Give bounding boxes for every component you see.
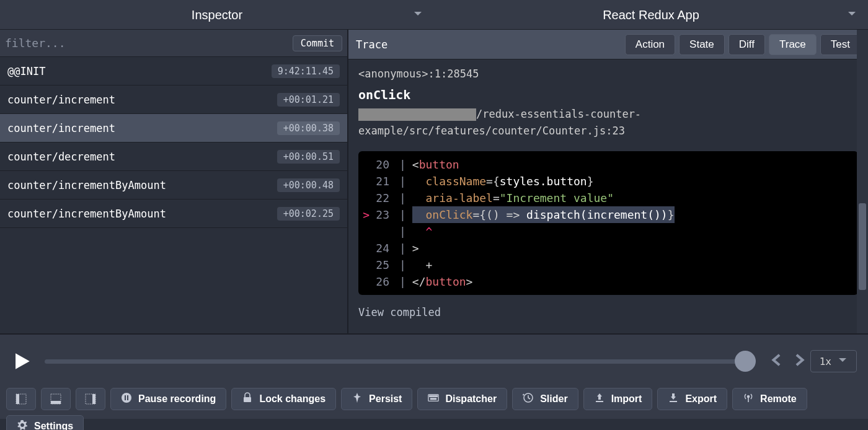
export-label: Export bbox=[685, 393, 717, 405]
lock-icon bbox=[242, 392, 253, 406]
gutter-divider: | bbox=[393, 173, 412, 190]
chevron-down-icon[interactable] bbox=[413, 9, 423, 21]
trace-body[interactable]: <anonymous>:1:28545 onClick /redux-essen… bbox=[348, 59, 868, 333]
inspector-title: Inspector bbox=[192, 8, 242, 22]
code-line: 20|<button bbox=[362, 156, 849, 173]
action-row[interactable]: @@INIT9:42:11.45 bbox=[0, 57, 347, 86]
gutter-divider: | bbox=[393, 240, 412, 257]
action-row[interactable]: counter/incrementByAmount+00:00.48 bbox=[0, 171, 347, 200]
inspector-title-bar[interactable]: Inspector bbox=[0, 0, 434, 30]
action-row[interactable]: counter/incrementByAmount+00:02.25 bbox=[0, 200, 347, 228]
actions-list[interactable]: @@INIT9:42:11.45counter/increment+00:01.… bbox=[0, 57, 347, 333]
pause-icon bbox=[121, 392, 132, 406]
download-icon bbox=[668, 392, 679, 406]
svg-rect-12 bbox=[432, 395, 433, 397]
remote-button[interactable]: Remote bbox=[732, 388, 807, 410]
action-name: counter/decrement bbox=[7, 151, 115, 163]
svg-rect-1 bbox=[16, 394, 19, 404]
gutter-divider: | bbox=[393, 206, 412, 223]
action-time: +00:00.51 bbox=[277, 150, 340, 164]
commit-button[interactable]: Commit bbox=[293, 35, 342, 51]
line-number: 22 bbox=[370, 190, 393, 206]
lock-changes-button[interactable]: Lock changes bbox=[231, 388, 336, 410]
scrollbar-vertical[interactable] bbox=[857, 30, 868, 333]
svg-rect-14 bbox=[435, 395, 436, 397]
action-name: counter/increment bbox=[7, 94, 115, 106]
gutter-divider: | bbox=[393, 223, 412, 240]
chevron-down-icon bbox=[838, 355, 848, 367]
filter-input[interactable] bbox=[5, 37, 293, 50]
antenna-icon bbox=[743, 392, 754, 406]
action-name: counter/incrementByAmount bbox=[7, 179, 166, 191]
source-path: /redux-essentials-counter-example/src/fe… bbox=[358, 106, 858, 139]
code-text: ^ bbox=[412, 223, 433, 240]
export-button[interactable]: Export bbox=[657, 388, 727, 410]
action-time: +00:00.38 bbox=[277, 121, 340, 135]
svg-rect-18 bbox=[596, 401, 603, 402]
code-line: 24|> bbox=[362, 240, 849, 257]
code-line: 22| aria-label="Increment value" bbox=[362, 190, 849, 206]
code-text: onClick={() => dispatch(increment())} bbox=[412, 206, 675, 223]
code-text: > bbox=[412, 240, 419, 257]
view-compiled-link[interactable]: View compiled bbox=[358, 306, 858, 318]
upload-icon bbox=[594, 392, 605, 406]
action-time: +00:02.25 bbox=[277, 207, 340, 221]
line-number: 25 bbox=[370, 257, 393, 273]
clock-icon bbox=[523, 392, 534, 406]
layout-left-button[interactable] bbox=[6, 388, 36, 410]
scrollbar-thumb[interactable] bbox=[859, 203, 866, 290]
svg-rect-5 bbox=[92, 394, 95, 404]
gutter-divider: | bbox=[393, 156, 412, 173]
lock-changes-label: Lock changes bbox=[259, 393, 326, 405]
action-name: counter/incrementByAmount bbox=[7, 208, 166, 220]
gear-icon bbox=[17, 419, 28, 430]
code-line: 21| className={styles.button} bbox=[362, 173, 849, 190]
settings-label: Settings bbox=[34, 421, 73, 430]
tab-trace[interactable]: Trace bbox=[769, 34, 817, 55]
gutter-mark-icon: > bbox=[362, 206, 370, 223]
settings-button[interactable]: Settings bbox=[6, 415, 84, 430]
gutter-divider: | bbox=[393, 190, 412, 206]
step-forward-icon[interactable] bbox=[788, 353, 810, 369]
slider-knob[interactable] bbox=[735, 351, 756, 372]
tab-diff[interactable]: Diff bbox=[728, 34, 765, 55]
tab-action[interactable]: Action bbox=[625, 34, 675, 55]
details-panel-title: Trace bbox=[356, 38, 388, 51]
svg-rect-3 bbox=[51, 401, 61, 404]
app-title-bar[interactable]: React Redux App bbox=[434, 0, 868, 30]
persist-button[interactable]: Persist bbox=[341, 388, 412, 410]
code-line: 25| + bbox=[362, 257, 849, 273]
action-name: @@INIT bbox=[7, 65, 45, 77]
remote-label: Remote bbox=[760, 393, 797, 405]
line-number: 23 bbox=[370, 206, 393, 223]
code-text: aria-label="Increment value" bbox=[412, 190, 614, 206]
play-icon[interactable] bbox=[11, 351, 32, 372]
code-text: <button bbox=[412, 156, 459, 173]
action-time: +00:00.48 bbox=[277, 178, 340, 192]
svg-rect-7 bbox=[125, 395, 126, 400]
action-row[interactable]: counter/increment+00:00.38 bbox=[0, 114, 347, 143]
redacted-path-icon bbox=[358, 108, 476, 121]
chevron-down-icon[interactable] bbox=[847, 9, 857, 21]
pause-recording-label: Pause recording bbox=[138, 393, 216, 405]
step-back-icon[interactable] bbox=[766, 353, 788, 369]
stack-frame-top: <anonymous>:1:28545 bbox=[358, 66, 858, 82]
svg-rect-15 bbox=[436, 395, 438, 397]
playback-speed-select[interactable]: 1x bbox=[810, 350, 857, 372]
svg-rect-9 bbox=[244, 397, 251, 402]
action-row[interactable]: counter/increment+00:01.21 bbox=[0, 86, 347, 114]
dispatcher-button[interactable]: Dispatcher bbox=[417, 388, 507, 410]
import-button[interactable]: Import bbox=[583, 388, 653, 410]
action-row[interactable]: counter/decrement+00:00.51 bbox=[0, 143, 347, 171]
tab-test[interactable]: Test bbox=[820, 34, 861, 55]
layout-bottom-button[interactable] bbox=[41, 388, 71, 410]
svg-rect-13 bbox=[433, 395, 435, 397]
pause-recording-button[interactable]: Pause recording bbox=[110, 388, 226, 410]
playback-slider[interactable] bbox=[45, 359, 753, 364]
code-text: </button> bbox=[412, 273, 473, 290]
layout-right-button[interactable] bbox=[76, 388, 105, 410]
code-block: 20|<button21| className={styles.button}2… bbox=[358, 151, 858, 295]
tab-state[interactable]: State bbox=[679, 34, 725, 55]
slider-button[interactable]: Slider bbox=[512, 388, 578, 410]
svg-rect-16 bbox=[431, 398, 436, 400]
